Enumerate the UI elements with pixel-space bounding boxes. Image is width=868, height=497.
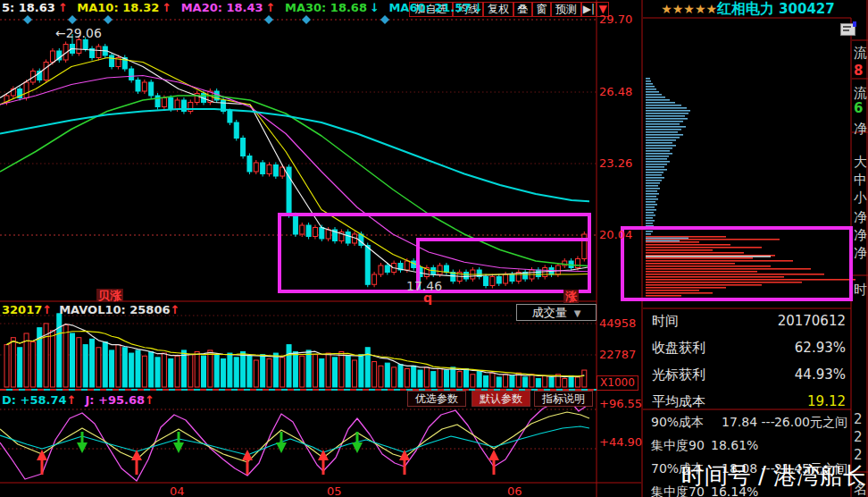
kdj-button-指标说明[interactable]: 指标说明 bbox=[534, 391, 593, 407]
trading-app-window: 5: 18.63↑ MA10: 18.32↑ MA20: 18.43↑ MA30… bbox=[0, 0, 868, 497]
edge-char: 流 bbox=[854, 45, 867, 62]
chevron-down-icon: ▼ bbox=[574, 308, 581, 318]
mavol-value: MAVOL10: 25806 bbox=[59, 303, 170, 316]
signal-badge-left: 贝涨 bbox=[96, 289, 123, 302]
price-tick: 23.26 bbox=[599, 156, 632, 170]
kdj-value: J: +95.68 bbox=[85, 393, 145, 407]
kdj-button-默认参数[interactable]: 默认参数 bbox=[472, 391, 530, 407]
edge-char: 净 bbox=[854, 245, 867, 262]
edge-char: 大 bbox=[854, 154, 867, 171]
stat-value: 19.12 bbox=[807, 393, 846, 409]
date-tick: 06 bbox=[507, 484, 522, 497]
date-tick: 05 bbox=[327, 484, 342, 497]
ma-value: MA10: 18.32 bbox=[77, 1, 159, 14]
rating-stars: ★★★★★ bbox=[661, 2, 717, 16]
stock-name[interactable]: 红相电力 bbox=[717, 0, 774, 17]
stat-value: 17.84 --- bbox=[722, 415, 775, 429]
stat-value: 26.00元之间 bbox=[774, 415, 847, 431]
ma-value: MA60: 21.57 bbox=[388, 1, 471, 14]
edge-char: 6 bbox=[854, 100, 863, 116]
volume-selector-label: 成交量 bbox=[532, 306, 567, 319]
stat-label: 时间 bbox=[652, 313, 679, 330]
stat-row: 光标获利44.93% bbox=[645, 366, 851, 386]
stat-value: 44.93% bbox=[795, 366, 846, 383]
stock-header: ★★★★★红相电力 300427 bbox=[645, 0, 851, 17]
stat-row: 平均成本19.12 bbox=[645, 393, 851, 413]
kdj-tick: +44.90 bbox=[599, 435, 642, 449]
ma-value: 5: 18.63 bbox=[2, 1, 55, 14]
edge-char: 中 bbox=[854, 172, 867, 189]
ma-values-header: 5: 18.63↑ MA10: 18.32↑ MA20: 18.43↑ MA30… bbox=[2, 0, 488, 14]
up-arrow-icon: ↑ bbox=[170, 303, 179, 316]
ma-value: MA20: 18.43 bbox=[181, 1, 263, 14]
stat-label: 90%成本 bbox=[651, 415, 704, 431]
edge-char: 8 bbox=[854, 63, 863, 79]
date-tick: 04 bbox=[170, 484, 185, 497]
edge-char: 2 bbox=[854, 411, 863, 427]
stat2-row: 集中度9018.61% bbox=[645, 438, 851, 456]
stat-label: 平均成本 bbox=[652, 393, 705, 410]
kdj-button-优选参数[interactable]: 优选参数 bbox=[407, 391, 466, 407]
stat-value: 18.61% bbox=[711, 438, 758, 452]
stock-code[interactable]: 300427 bbox=[779, 1, 835, 17]
chip-panel-settings-icon[interactable] bbox=[840, 23, 855, 36]
up-arrow-icon: ↑ bbox=[67, 393, 77, 407]
up-arrow-icon: ↑ bbox=[162, 1, 175, 14]
volume-tick: 22787 bbox=[599, 348, 636, 361]
stat-value: 20170612 bbox=[778, 313, 846, 329]
up-arrow-icon: ↑ bbox=[42, 303, 52, 316]
price-tick: 26.48 bbox=[599, 85, 632, 98]
edge-char: 时 bbox=[854, 282, 867, 299]
volume-unit-label: X1000 bbox=[597, 375, 638, 391]
down-arrow-icon: ↓ bbox=[473, 1, 483, 14]
stat-value: 62.93% bbox=[795, 340, 846, 356]
down-arrow-icon: ↓ bbox=[370, 1, 383, 14]
toolbar-button-窗[interactable]: 窗 bbox=[532, 2, 551, 17]
watermark: 时间号 / 港湾船长 bbox=[681, 460, 866, 492]
up-arrow-icon: ↑ bbox=[145, 393, 154, 407]
toolbar-button-叠[interactable]: 叠 bbox=[513, 2, 532, 17]
up-arrow-icon: ↑ bbox=[58, 1, 71, 14]
up-arrow-icon: ↑ bbox=[266, 1, 280, 14]
signal-badge-right: 涨 bbox=[563, 290, 579, 303]
volume-header: 32017↑MAVOL10: 25806↑ bbox=[2, 302, 179, 316]
cursor-marker: q bbox=[423, 291, 432, 305]
next-icon[interactable]: ▶| bbox=[581, 2, 597, 17]
kdj-value: D: +58.74 bbox=[2, 393, 67, 407]
stat-label: 光标获利 bbox=[652, 366, 705, 383]
stat-row: 收盘获利62.93% bbox=[645, 340, 851, 359]
volume-indicator-selector[interactable]: 成交量▼ bbox=[516, 304, 597, 321]
stat2-row: 90%成本17.84 ---26.00元之间 bbox=[645, 415, 851, 433]
edge-char: 净 bbox=[854, 227, 867, 244]
volume-value: 32017 bbox=[2, 303, 42, 316]
edge-char: 小 bbox=[854, 190, 867, 206]
edge-char: 净 bbox=[854, 209, 867, 226]
price-tick: 20.04 bbox=[599, 228, 632, 241]
stat-label: 集中度90 bbox=[651, 438, 705, 454]
toolbar-button-预测[interactable]: 预测 bbox=[551, 2, 581, 17]
kdj-values-header: D: +58.74↑J: +95.68↑ bbox=[2, 392, 163, 406]
price-tick: 29.70 bbox=[599, 13, 632, 26]
volume-tick: 44958 bbox=[599, 316, 636, 330]
edge-char: 2 bbox=[854, 429, 863, 445]
high-price-annotation: ←29.06 bbox=[55, 26, 102, 40]
stat-label: 收盘获利 bbox=[652, 340, 705, 357]
clipped-side-column: 流8流6净大中小净净净时222名 bbox=[854, 0, 868, 497]
stat-row: 时间20170612 bbox=[645, 313, 851, 333]
kdj-tick: +96.55 bbox=[599, 397, 642, 410]
ma-value: MA30: 18.68 bbox=[285, 1, 367, 14]
edge-char: 净 bbox=[854, 121, 867, 138]
